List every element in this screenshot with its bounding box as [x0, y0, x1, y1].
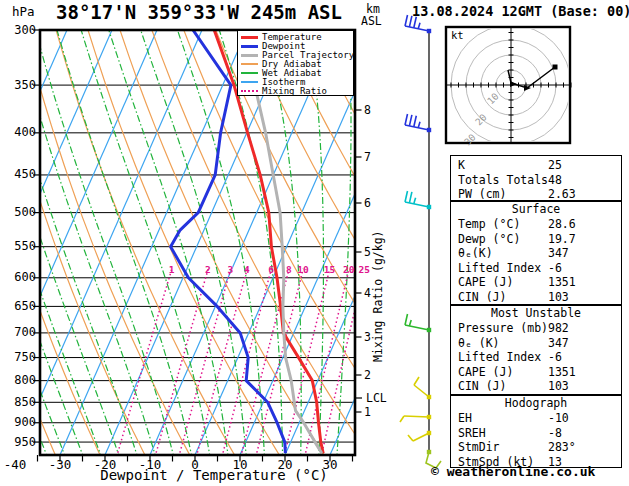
stat-value: 103	[548, 290, 569, 305]
stat-label: Pressure (mb)	[458, 321, 548, 335]
legend-item: Mixing Ratio	[238, 86, 353, 95]
stat-row: Totals Totals48	[451, 173, 621, 188]
legend-box: Temperature Dewpoint Parcel Trajectory D…	[237, 30, 354, 96]
altitude-unit-asl-label: ASL	[361, 14, 382, 28]
mixing-ratio-value-label: 4	[239, 264, 255, 275]
temperature-tick-label: -40	[0, 457, 32, 472]
pressure-tick-label: 500	[6, 205, 36, 219]
pressure-tick-label: 650	[6, 299, 36, 313]
stat-value: 103	[548, 379, 569, 394]
most-unstable-panel: Most Unstable Pressure (mb)982 θₑ (K)347…	[450, 305, 622, 395]
stat-row: Temp (°C)28.6	[451, 217, 621, 232]
stat-value: 1351	[548, 275, 576, 290]
stat-value: 1351	[548, 365, 576, 380]
lcl-label: LCL	[366, 391, 387, 405]
wind-barb-column	[400, 15, 441, 468]
stat-label: CAPE (J)	[458, 365, 513, 379]
panel-title: Surface	[451, 202, 621, 217]
stat-row: SREH-8	[451, 426, 621, 441]
stat-label: CAPE (J)	[458, 275, 513, 289]
stat-value: 19.7	[548, 232, 576, 247]
stat-value: 347	[548, 246, 569, 261]
km-tick-label: 4	[364, 286, 371, 300]
pressure-tick-label: 450	[6, 167, 36, 181]
credit-link[interactable]: © weatheronline.co.uk	[431, 464, 595, 479]
temperature-tick-label: 0	[178, 457, 212, 472]
km-tick-label: 7	[364, 150, 371, 164]
stat-row: CAPE (J)1351	[451, 275, 621, 290]
stat-row: EH-10	[451, 411, 621, 426]
indices-panel: K25 Totals Totals48 PW (cm)2.63	[450, 155, 622, 201]
stat-label: StmDir	[458, 440, 500, 454]
mixing-ratio-value-label: 3	[222, 264, 238, 275]
km-tick-label: 2	[364, 368, 371, 382]
stat-value: -6	[548, 350, 562, 365]
pressure-tick-label: 800	[6, 373, 36, 387]
stat-label: Dewp (°C)	[458, 232, 520, 246]
km-tick-label: 3	[364, 330, 371, 344]
stat-row: CIN (J)103	[451, 290, 621, 305]
stat-row: K25	[451, 158, 621, 173]
stat-label: PW (cm)	[458, 187, 506, 201]
pressure-tick-label: 350	[6, 78, 36, 92]
hodograph-plot	[446, 25, 571, 145]
surface-panel: Surface Temp (°C)28.6 Dewp (°C)19.7 θₑ(K…	[450, 201, 622, 305]
pressure-unit-label: hPa	[12, 4, 35, 19]
stat-label: Lifted Index	[458, 350, 541, 364]
stat-row: θₑ (K)347	[451, 336, 621, 351]
temperature-tick-label: -30	[43, 457, 77, 472]
stat-label: Temp (°C)	[458, 217, 520, 231]
km-tick-label: 6	[364, 196, 371, 210]
pressure-tick-label: 600	[6, 270, 36, 284]
pressure-tick-label: 300	[6, 23, 36, 37]
parcel-line-swatch	[241, 54, 258, 57]
stat-row: CAPE (J)1351	[451, 365, 621, 380]
pressure-tick-label: 900	[6, 415, 36, 429]
mixing-ratio-value-label: 2	[200, 264, 216, 275]
temperature-tick-label: 20	[268, 457, 302, 472]
stat-label: CIN (J)	[458, 290, 506, 304]
stat-value: -8	[548, 426, 562, 441]
hodograph-unit-label: kt	[451, 29, 464, 41]
stat-value: -10	[548, 411, 569, 426]
km-tick-label: 1	[364, 405, 371, 419]
datetime-label: 13.08.2024 12GMT (Base: 00)	[412, 3, 629, 19]
sounding-page: hPa 38°17'N 359°33'W 245m ASL km ASL 13.…	[0, 0, 629, 486]
pressure-tick-label: 700	[6, 325, 36, 339]
stat-row: Pressure (mb)982	[451, 321, 621, 336]
stat-value: 28.6	[548, 217, 576, 232]
stat-value: 25	[548, 158, 562, 173]
temperature-tick-label: -10	[133, 457, 167, 472]
mixing-ratio-value-label: 15	[321, 264, 337, 275]
mixing-ratio-value-label: 10	[295, 264, 311, 275]
km-tick-label: 8	[364, 103, 371, 117]
stat-label: θₑ (K)	[458, 336, 500, 350]
stat-row: Lifted Index-6	[451, 261, 621, 276]
mixing-ratio-axis-label: Mixing Ratio (g/kg)	[371, 230, 385, 362]
pressure-tick-label: 750	[6, 350, 36, 364]
wet-adiabat-swatch	[241, 72, 258, 74]
pressure-tick-label: 550	[6, 239, 36, 253]
dewpoint-line-swatch	[241, 45, 258, 48]
stat-label: Lifted Index	[458, 261, 541, 275]
temperature-tick-label: -20	[88, 457, 122, 472]
mixing-ratio-value-label: 25	[356, 264, 372, 275]
isotherm-swatch	[241, 81, 258, 83]
km-tick-label: 5	[364, 245, 371, 259]
panel-title: Hodograph	[451, 396, 621, 411]
stat-value: 283°	[548, 440, 576, 455]
pressure-tick-label: 850	[6, 395, 36, 409]
stat-row: Dewp (°C)19.7	[451, 232, 621, 247]
stat-label: Totals Totals	[458, 173, 548, 187]
mixing-ratio-value-label: 20	[341, 264, 357, 275]
hodograph-stats-panel: Hodograph EH-10 SREH-8 StmDir283° StmSpd…	[450, 395, 622, 468]
panel-title: Most Unstable	[451, 306, 621, 321]
mixing-ratio-swatch	[241, 90, 258, 92]
stat-row: StmDir283°	[451, 440, 621, 455]
stat-row: θₑ(K)347	[451, 246, 621, 261]
stat-label: θₑ(K)	[458, 246, 493, 260]
pressure-tick-label: 950	[6, 435, 36, 449]
stat-row: PW (cm)2.63	[451, 187, 621, 202]
legend-label: Mixing Ratio	[262, 86, 327, 96]
temperature-line-swatch	[241, 36, 258, 39]
